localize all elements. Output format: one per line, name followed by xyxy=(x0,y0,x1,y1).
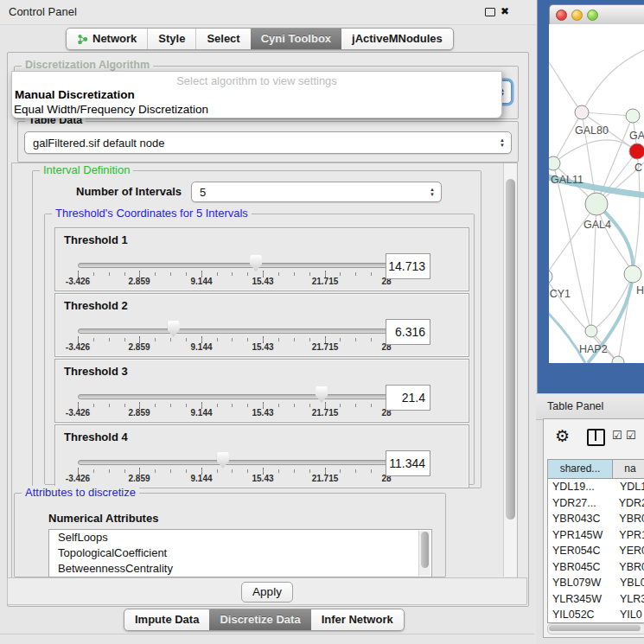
tab-network[interactable]: Network xyxy=(67,29,147,49)
tick-label: 2.859 xyxy=(113,474,165,483)
slider-track[interactable] xyxy=(78,460,388,465)
tab-label: Impute Data xyxy=(135,609,199,630)
node-gal4[interactable] xyxy=(585,193,608,215)
apply-button[interactable]: Apply xyxy=(241,582,293,603)
node-label-gal11: GAL11 xyxy=(551,174,583,186)
tab-label: Network xyxy=(92,29,137,49)
slider-thumb[interactable] xyxy=(168,321,180,337)
tick-label: 15.43 xyxy=(237,342,289,352)
slider-track[interactable] xyxy=(78,263,388,268)
table-panel-titlebar: Table Panel xyxy=(536,393,644,420)
node-label-hap2: HAP2 xyxy=(579,343,608,355)
node-right[interactable] xyxy=(624,265,641,283)
dropdown-option-equal-width[interactable]: Equal Width/Frequency Discretization xyxy=(14,103,208,116)
list-item[interactable]: BetweennessCentrality xyxy=(49,561,431,577)
slider-thumb[interactable] xyxy=(316,386,328,403)
tab-discretize-data[interactable]: Discretize Data xyxy=(209,609,310,630)
tick-label: 9.144 xyxy=(175,408,227,418)
cell: YBR0 xyxy=(611,561,644,573)
tick-label: 2.859 xyxy=(113,277,165,286)
threshold-value-field[interactable]: 14.713 xyxy=(386,253,430,279)
number-of-intervals-label: Number of Intervals xyxy=(76,185,182,198)
threshold-3-panel: Threshold 3 -3.426 2.859 9.144 15.43 21.… xyxy=(54,359,469,423)
slider-minor-ticks xyxy=(78,272,387,276)
threshold-value-field[interactable]: 21.4 xyxy=(386,385,430,411)
close-traffic-light[interactable] xyxy=(556,10,567,21)
network-canvas[interactable]: GAL80 GA GAL11 C GAL4 GCY1 H HAP2 xyxy=(549,24,644,363)
threshold-label: Threshold 1 xyxy=(64,233,128,246)
tab-style[interactable]: Style xyxy=(147,29,195,49)
threshold-value-field[interactable]: 11.344 xyxy=(386,450,430,476)
table-row[interactable]: YBR043CYBR0 xyxy=(548,511,644,527)
tab-label: Style xyxy=(158,29,185,49)
horizontal-scrollbar[interactable] xyxy=(547,623,644,634)
tab-impute-data[interactable]: Impute Data xyxy=(124,609,209,630)
close-icon[interactable]: ✖ xyxy=(501,5,509,17)
numerical-attributes-list[interactable]: SelfLoops TopologicalCoefficient Between… xyxy=(48,529,432,577)
tab-jactivemnodules[interactable]: jActiveMNodules xyxy=(341,29,453,49)
tick-label: 2.859 xyxy=(113,408,165,418)
tick-label: 9.144 xyxy=(175,277,227,286)
cell: YBL0 xyxy=(612,577,644,589)
table-row[interactable]: YBR045CYBR0 xyxy=(548,559,644,576)
scrollbar-thumb[interactable] xyxy=(506,179,515,520)
tab-label: Infer Network xyxy=(322,609,393,630)
combo-arrows: ▲ ▼ xyxy=(500,138,505,148)
list-item[interactable]: SelfLoops xyxy=(49,530,431,545)
threshold-value-field[interactable]: 6.316 xyxy=(386,319,430,345)
table-panel-area: Table Panel ⚙ ☑ ☑ shared... na YDL19...Y… xyxy=(536,393,644,644)
network-graph: GAL80 GA GAL11 C GAL4 GCY1 H HAP2 xyxy=(549,24,644,363)
table-row[interactable]: YIL052CYIL0 xyxy=(548,607,644,623)
cell: YDL1 xyxy=(612,481,644,493)
scrollbar-thumb[interactable] xyxy=(549,625,641,631)
zoom-traffic-light[interactable] xyxy=(587,10,598,21)
table-data-combobox[interactable]: galFiltered.sif default node ▲ ▼ xyxy=(24,131,512,154)
slider-track[interactable] xyxy=(78,394,388,399)
slider-track[interactable] xyxy=(78,328,388,334)
dropdown-option-manual[interactable]: Manual Discretization xyxy=(15,88,135,101)
dropdown-hint: Select algorithm to view settings xyxy=(12,74,501,87)
column-header-name[interactable]: na xyxy=(613,460,644,478)
slider-minor-ticks xyxy=(78,469,387,473)
tick-label: 9.144 xyxy=(175,342,227,352)
network-nodes[interactable] xyxy=(549,105,644,363)
slider-thumb[interactable] xyxy=(250,255,262,271)
table-row[interactable]: YBL079WYBL0 xyxy=(548,575,644,591)
tab-label: jActiveMNodules xyxy=(352,29,443,49)
node-hap2[interactable] xyxy=(585,325,597,337)
table-panel-title: Table Panel xyxy=(547,400,603,412)
table-row[interactable]: YDR27...YDR2 xyxy=(548,495,644,512)
list-scrollbar[interactable] xyxy=(418,531,430,576)
control-panel-window: Control Panel ✖ Network Style Select Cyn… xyxy=(0,0,536,644)
node-gal80[interactable] xyxy=(575,105,589,119)
split-columns-icon[interactable] xyxy=(587,429,605,446)
table-row[interactable]: YDL19...YDL1 xyxy=(548,479,644,495)
scrollbar-thumb[interactable] xyxy=(421,532,429,568)
tick-label: 2.859 xyxy=(113,342,165,352)
tab-select[interactable]: Select xyxy=(195,29,250,49)
node-top-right[interactable] xyxy=(626,109,640,123)
tab-infer-network[interactable]: Infer Network xyxy=(311,609,404,630)
slider-thumb[interactable] xyxy=(217,452,229,469)
gear-icon[interactable]: ⚙ xyxy=(555,426,570,446)
list-item[interactable]: TopologicalCoefficient xyxy=(49,545,431,561)
threshold-4-panel: Threshold 4 -3.426 2.859 9.144 15.43 21.… xyxy=(54,424,469,488)
network-window-titlebar[interactable] xyxy=(549,4,644,26)
minimize-traffic-light[interactable] xyxy=(571,10,583,21)
vertical-scrollbar[interactable] xyxy=(503,163,517,577)
node-gcy1[interactable] xyxy=(549,270,552,284)
table-row[interactable]: YPR145WYPR1 xyxy=(548,527,644,544)
node-gal11[interactable] xyxy=(549,156,560,170)
node-table[interactable]: shared... na YDL19...YDL1 YDR27...YDR2 Y… xyxy=(547,459,644,623)
tab-cyni-toolbox[interactable]: Cyni Toolbox xyxy=(251,29,341,49)
table-row[interactable]: YLR345WYLR3 xyxy=(548,591,644,608)
number-of-intervals-combobox[interactable]: 5 ▲ ▼ xyxy=(191,182,442,202)
node-highlighted-red[interactable] xyxy=(629,143,644,159)
checkbox-checked-icon[interactable]: ☑ xyxy=(612,429,622,442)
node-label-gcy1: GCY1 xyxy=(549,288,571,300)
checkbox-checked-icon[interactable]: ☑ xyxy=(626,429,636,442)
slider-minor-ticks xyxy=(78,404,387,407)
table-row[interactable]: YER054CYER0 xyxy=(548,543,644,559)
float-window-icon[interactable] xyxy=(485,8,495,16)
column-header-shared-name[interactable]: shared... xyxy=(548,460,613,478)
